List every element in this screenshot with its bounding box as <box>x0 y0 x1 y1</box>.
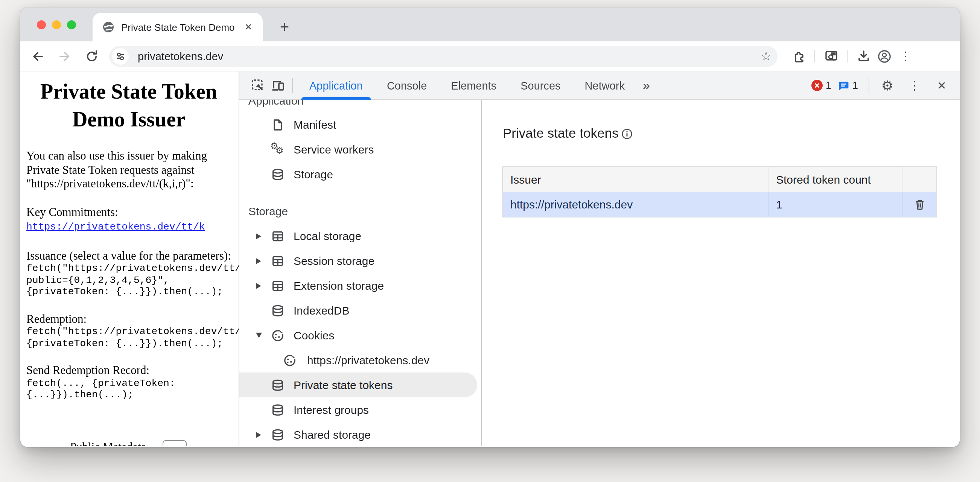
divider <box>292 78 293 93</box>
window-content: Private State Token Demo Issuer You can … <box>20 72 960 446</box>
public-metadata-label: Public Metadata <box>70 440 146 446</box>
sidebar-item-shared-storage[interactable]: Shared storage <box>239 422 481 446</box>
key-commitments-block: Key Commitments: https://privatetokens.d… <box>26 205 231 234</box>
new-tab-button[interactable]: + <box>272 14 298 40</box>
address-bar[interactable]: privatetokens.dev ☆ <box>109 46 778 67</box>
devtools-tab-elements[interactable]: Elements <box>439 71 508 100</box>
devtools-tab-network[interactable]: Network <box>573 71 637 100</box>
sidebar-item-session-storage[interactable]: Session storage <box>239 248 481 273</box>
back-button[interactable] <box>28 46 48 66</box>
service-workers-gears-icon: ⚙ ⚙ <box>271 143 285 156</box>
database-icon <box>271 403 285 417</box>
database-icon <box>271 378 285 392</box>
issuer-cell[interactable]: https://privatetokens.dev <box>503 192 768 217</box>
web-page: Private State Token Demo Issuer You can … <box>20 72 239 446</box>
sidebar-item-storage[interactable]: Storage <box>239 162 481 187</box>
send-rr-block: Send Redemption Record: fetch(..., {priv… <box>26 363 231 401</box>
forward-button[interactable] <box>55 46 75 66</box>
cookie-icon <box>283 353 297 367</box>
window-controls <box>37 8 76 41</box>
column-header-stored-token-count[interactable]: Stored token count <box>768 167 902 192</box>
devtools-toolbar: Application Console Elements Sources Net… <box>239 72 960 100</box>
actions-cell <box>902 192 936 217</box>
expand-arrow-icon[interactable] <box>256 258 261 264</box>
panel-heading: Private state tokens <box>503 126 618 142</box>
close-window-button[interactable] <box>37 20 46 29</box>
expand-arrow-icon[interactable] <box>256 431 261 437</box>
table-header-row: Issuer Stored token count <box>503 167 936 192</box>
minimize-window-button[interactable] <box>52 20 61 29</box>
tab-close-icon[interactable]: ✕ <box>242 20 255 34</box>
devtools-tab-application[interactable]: Application <box>298 71 375 100</box>
database-icon <box>271 304 285 317</box>
tab-favicon-globe-icon <box>102 21 115 33</box>
divider <box>869 78 869 93</box>
column-header-issuer[interactable]: Issuer <box>503 167 768 192</box>
sidebar-item-manifest[interactable]: Manifest <box>239 112 481 137</box>
message-bubble-icon[interactable] <box>837 80 850 91</box>
devtools-tab-console[interactable]: Console <box>375 71 439 100</box>
devtools-tab-sources[interactable]: Sources <box>508 71 573 100</box>
more-tabs-chevron-icon[interactable]: » <box>637 78 656 93</box>
info-icon[interactable] <box>620 127 633 140</box>
send-rr-label: Send Redemption Record: <box>26 363 231 377</box>
devtools-menu-kebab-icon[interactable]: ⋮ <box>904 75 925 96</box>
expand-arrow-icon[interactable] <box>256 233 261 239</box>
browser-tab[interactable]: Private State Token Demo ✕ <box>92 13 262 41</box>
application-sidebar: Application Manifest ⚙ <box>239 100 482 446</box>
site-settings-button[interactable] <box>112 48 129 64</box>
database-icon <box>271 428 285 441</box>
sidebar-item-cookie-origin[interactable]: https://privatetokens.dev <box>239 348 481 372</box>
public-metadata-select[interactable]: 0 <box>162 440 187 446</box>
fullscreen-window-button[interactable] <box>67 20 76 29</box>
devtools-settings-gear-icon[interactable]: ⚙ <box>877 75 898 96</box>
search-side-panel-icon[interactable] <box>821 46 842 67</box>
inspect-element-icon[interactable] <box>247 75 268 96</box>
browser-toolbar: privatetokens.dev ☆ ⋮ <box>20 41 960 72</box>
download-icon[interactable] <box>853 46 874 67</box>
storage-database-icon <box>271 167 285 181</box>
divider <box>847 50 848 62</box>
key-commitments-link[interactable]: https://privatetokens.dev/tt/k <box>26 221 205 234</box>
send-rr-code: fetch(..., {privateToken: {...}}).then(.… <box>26 377 231 401</box>
sidebar-section-storage: Storage <box>239 199 481 224</box>
key-commitments-label: Key Commitments: <box>26 205 231 219</box>
sidebar-item-interest-groups[interactable]: Interest groups <box>239 397 481 422</box>
stored-token-count-cell[interactable]: 1 <box>768 192 902 217</box>
sidebar-item-private-state-tokens[interactable]: Private state tokens <box>239 372 477 397</box>
page-intro: You can also use this issuer by making P… <box>26 149 231 191</box>
cookie-icon <box>271 328 285 342</box>
devtools-close-icon[interactable]: ✕ <box>931 75 952 96</box>
url-text[interactable]: privatetokens.dev <box>138 50 760 62</box>
tab-title: Private State Token Demo <box>121 21 242 33</box>
sidebar-item-service-workers[interactable]: ⚙ ⚙ Service workers <box>239 137 481 162</box>
browser-menu-kebab-icon[interactable]: ⋮ <box>895 46 916 67</box>
reload-button[interactable] <box>82 46 102 66</box>
collapse-arrow-icon[interactable] <box>256 332 262 338</box>
error-count: 1 <box>826 80 831 91</box>
error-badge-icon[interactable]: ✕ <box>811 80 822 91</box>
issuance-block: Issuance (select a value for the paramet… <box>26 249 231 297</box>
redemption-code: fetch("https://privatetokens.dev/tt/ {pr… <box>26 326 231 349</box>
sidebar-item-cookies[interactable]: Cookies <box>239 323 481 348</box>
devtools-panel: Application Console Elements Sources Net… <box>239 72 960 446</box>
table-grid-icon <box>271 229 285 243</box>
delete-trash-icon[interactable] <box>913 198 926 210</box>
redemption-block: Redemption: fetch("https://privatetokens… <box>26 312 231 349</box>
divider <box>815 50 815 62</box>
profile-avatar-icon[interactable] <box>874 46 895 67</box>
expand-arrow-icon[interactable] <box>256 283 261 289</box>
desktop: Private State Token Demo ✕ + privatetoke… <box>0 0 980 482</box>
table-row[interactable]: https://privatetokens.dev 1 <box>503 192 936 217</box>
issuance-label: Issuance (select a value for the paramet… <box>26 249 231 262</box>
issuance-code: fetch("https://privatetokens.dev/tt/ pub… <box>26 262 231 297</box>
toolbar-actions: ⋮ <box>788 46 916 67</box>
table-grid-icon <box>271 279 285 293</box>
sidebar-item-extension-storage[interactable]: Extension storage <box>239 273 481 298</box>
sidebar-item-local-storage[interactable]: Local storage <box>239 224 481 248</box>
bookmark-star-icon[interactable]: ☆ <box>760 49 772 63</box>
sidebar-item-indexeddb[interactable]: IndexedDB <box>239 298 481 323</box>
sidebar-section-application: Application <box>239 100 481 112</box>
device-toolbar-icon[interactable] <box>268 75 289 96</box>
extensions-puzzle-icon[interactable] <box>788 46 809 67</box>
